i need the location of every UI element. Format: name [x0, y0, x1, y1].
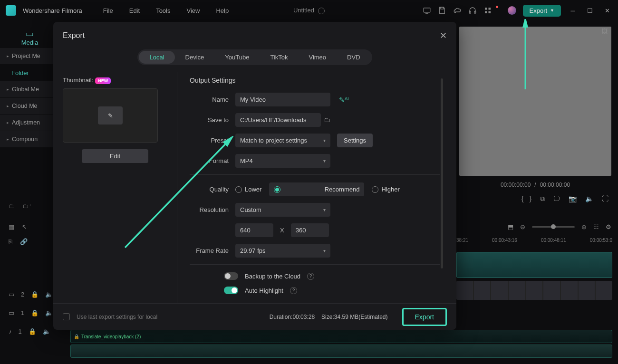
close-icon[interactable]: ✕ — [440, 30, 447, 41]
apps-small-icon[interactable]: ▦ — [9, 223, 14, 230]
tab-device[interactable]: Device — [175, 51, 215, 64]
zoom-in-icon[interactable]: ⊕ — [581, 223, 587, 230]
cloud-icon[interactable] — [453, 6, 462, 15]
mute-icon[interactable]: 🔈 — [45, 309, 53, 316]
folder-new-icon[interactable]: 🗀⁺ — [22, 202, 32, 210]
duration-info: Duration:00:03:28 — [270, 314, 315, 320]
volume-icon[interactable]: 🔈 — [585, 195, 593, 203]
name-input[interactable] — [235, 93, 330, 106]
height-input[interactable] — [291, 223, 329, 237]
mute-icon[interactable]: 🔈 — [45, 291, 53, 298]
folder-icon[interactable]: 🗀 — [324, 116, 330, 124]
sidebar-folder[interactable]: Folder — [0, 65, 59, 81]
svg-rect-2 — [469, 11, 471, 14]
video-track-icon: ▭ — [9, 309, 14, 316]
apps-icon[interactable] — [483, 6, 492, 15]
backup-toggle[interactable] — [224, 272, 238, 280]
use-last-label: Use last export settings for local — [77, 314, 157, 320]
format-select[interactable]: MP4▾ — [235, 154, 330, 168]
video-thumbnails[interactable] — [456, 281, 612, 300]
media-icon: ▭ — [0, 29, 59, 39]
snapshot-icon[interactable]: 📷 — [569, 195, 577, 203]
maximize-icon[interactable]: ☐ — [585, 7, 595, 14]
zoom-slider[interactable] — [532, 226, 575, 228]
titlebar: Wondershare Filmora File Edit Tools View… — [0, 0, 618, 21]
export-button[interactable]: Export▼ — [523, 5, 561, 17]
quality-lower[interactable]: Lower — [235, 186, 261, 193]
new-badge: NEW — [95, 77, 111, 84]
quality-higher[interactable]: Higher — [372, 186, 399, 193]
format-label: Format — [190, 157, 235, 164]
auto-highlight-toggle[interactable] — [224, 287, 238, 294]
sidebar-item-compound[interactable]: ▸Compoun — [0, 131, 59, 147]
quality-recommend[interactable]: Recommend — [269, 182, 364, 196]
auto-highlight-label: Auto Highlight — [245, 287, 283, 294]
preset-select[interactable]: Match to project settings▾ — [235, 134, 330, 147]
sidebar-item-project[interactable]: ▸Project Me — [0, 48, 59, 64]
lock-icon[interactable]: 🔒 — [29, 328, 36, 335]
settings-small-icon[interactable]: ⚙ — [606, 223, 611, 230]
menu-edit[interactable]: Edit — [125, 7, 145, 14]
close-icon[interactable]: ✕ — [602, 7, 612, 14]
minimize-icon[interactable]: ─ — [568, 7, 578, 14]
tab-dvd[interactable]: DVD — [337, 51, 370, 64]
audio-clip[interactable] — [70, 345, 612, 358]
svg-rect-0 — [424, 8, 430, 12]
sidebar-item-global[interactable]: ▸Global Me — [0, 81, 59, 97]
framerate-select[interactable]: 29.97 fps▾ — [235, 244, 330, 258]
edit-button[interactable]: Edit — [82, 149, 148, 163]
video-track-icon: ▭ — [9, 291, 14, 298]
thumbnail-preview[interactable]: ✎ — [63, 88, 158, 143]
zoom-out-icon[interactable]: ⊖ — [520, 223, 525, 230]
video-clip[interactable] — [456, 252, 612, 278]
width-input[interactable] — [235, 223, 273, 237]
save-icon[interactable] — [438, 6, 446, 15]
headphone-icon[interactable] — [468, 6, 477, 15]
lock-icon[interactable]: 🔒 — [31, 291, 39, 298]
layout-icon[interactable]: ☷ — [593, 223, 599, 230]
copy-icon[interactable]: ⎘ — [9, 238, 12, 245]
sidebar-item-adjustment[interactable]: ▸Adjustmen — [0, 115, 59, 131]
menu-file[interactable]: File — [98, 7, 118, 14]
fullscreen-icon[interactable]: ⛶ — [602, 195, 608, 203]
help-icon[interactable]: ? — [307, 273, 314, 280]
sidebar-item-cloud[interactable]: ▸Cloud Me — [0, 98, 59, 114]
preview-viewport[interactable] — [459, 27, 611, 176]
folder-add-icon[interactable]: 🗀 — [9, 202, 15, 210]
link-icon[interactable]: 🔗 — [20, 238, 28, 245]
use-last-checkbox[interactable] — [63, 313, 70, 320]
mute-icon[interactable]: 🔈 — [43, 328, 50, 335]
menu-view[interactable]: View — [182, 7, 204, 14]
tab-vimeo[interactable]: Vimeo — [298, 51, 337, 64]
saveto-field[interactable]: C:/Users/HF/Downloads — [235, 113, 321, 127]
resolution-select[interactable]: Custom▾ — [235, 203, 330, 217]
app-name: Wondershare Filmora — [23, 7, 82, 14]
avatar[interactable] — [508, 6, 516, 15]
bracket-icon[interactable]: { } — [521, 195, 531, 203]
audio-clip[interactable]: 🔒Translate_videoplayback (2) — [70, 330, 612, 343]
tab-local[interactable]: Local — [139, 51, 174, 64]
marker-icon[interactable]: ⬒ — [508, 223, 513, 230]
thumbnail-label: Thumbnail: — [63, 77, 93, 84]
export-confirm-button[interactable]: Export — [402, 308, 447, 326]
timeline-clips[interactable] — [456, 252, 612, 302]
tab-tiktok[interactable]: TikTok — [260, 51, 298, 64]
compare-icon[interactable]: ⧉ — [540, 195, 545, 203]
image-icon[interactable]: 🖼 — [601, 28, 608, 35]
help-icon[interactable]: ? — [290, 287, 297, 294]
menu-help[interactable]: Help — [211, 7, 233, 14]
tab-youtube[interactable]: YouTube — [214, 51, 260, 64]
ai-edit-icon[interactable]: ✎ᴬᴵ — [339, 96, 349, 104]
output-settings: Output Settings Name ✎ᴬᴵ Save to C:/User… — [177, 72, 447, 303]
display-icon[interactable]: 🖵 — [553, 195, 560, 203]
screen-icon[interactable] — [423, 6, 431, 15]
lock-icon[interactable]: 🔒 — [31, 309, 39, 316]
scrollbar[interactable] — [441, 78, 443, 268]
timeline-ruler[interactable]: 38:2100:00:43:1600:00:48:1100:00:53:0 — [456, 238, 612, 243]
cursor-icon[interactable]: ↖ — [22, 223, 27, 230]
settings-button[interactable]: Settings — [337, 134, 373, 147]
backup-label: Backup to the Cloud — [245, 273, 300, 280]
tab-media[interactable]: ▭ Media — [0, 25, 59, 48]
menu-tools[interactable]: Tools — [151, 7, 175, 14]
track-headers: ▭2🔒🔈 ▭1🔒🔈 ♪1🔒🔈 — [0, 285, 55, 341]
